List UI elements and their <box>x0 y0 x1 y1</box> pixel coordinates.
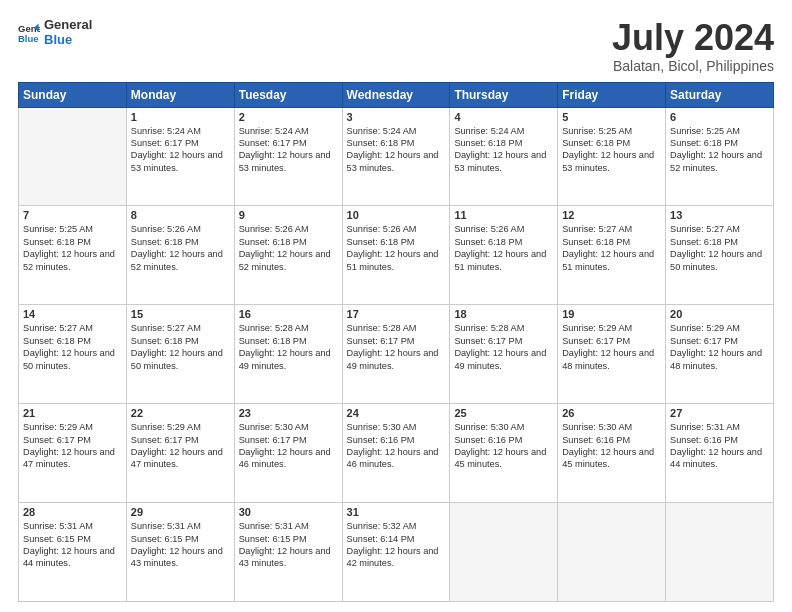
calendar-cell: 3Sunrise: 5:24 AMSunset: 6:18 PMDaylight… <box>342 107 450 206</box>
logo-icon: General Blue <box>18 22 40 44</box>
day-info: Sunrise: 5:28 AMSunset: 6:17 PMDaylight:… <box>454 322 553 372</box>
day-number: 13 <box>670 209 769 221</box>
day-info: Sunrise: 5:30 AMSunset: 6:16 PMDaylight:… <box>347 421 446 471</box>
calendar-cell: 20Sunrise: 5:29 AMSunset: 6:17 PMDayligh… <box>666 305 774 404</box>
day-number: 24 <box>347 407 446 419</box>
weekday-header-row: SundayMondayTuesdayWednesdayThursdayFrid… <box>19 82 774 107</box>
day-info: Sunrise: 5:31 AMSunset: 6:15 PMDaylight:… <box>131 520 230 570</box>
day-info: Sunrise: 5:32 AMSunset: 6:14 PMDaylight:… <box>347 520 446 570</box>
location-title: Balatan, Bicol, Philippines <box>612 58 774 74</box>
day-number: 17 <box>347 308 446 320</box>
calendar-cell: 23Sunrise: 5:30 AMSunset: 6:17 PMDayligh… <box>234 404 342 503</box>
calendar-cell: 5Sunrise: 5:25 AMSunset: 6:18 PMDaylight… <box>558 107 666 206</box>
day-info: Sunrise: 5:26 AMSunset: 6:18 PMDaylight:… <box>239 223 338 273</box>
day-number: 29 <box>131 506 230 518</box>
day-info: Sunrise: 5:27 AMSunset: 6:18 PMDaylight:… <box>670 223 769 273</box>
day-info: Sunrise: 5:24 AMSunset: 6:18 PMDaylight:… <box>347 125 446 175</box>
calendar-cell: 9Sunrise: 5:26 AMSunset: 6:18 PMDaylight… <box>234 206 342 305</box>
weekday-header-saturday: Saturday <box>666 82 774 107</box>
day-info: Sunrise: 5:30 AMSunset: 6:17 PMDaylight:… <box>239 421 338 471</box>
day-number: 10 <box>347 209 446 221</box>
day-number: 18 <box>454 308 553 320</box>
calendar-cell: 30Sunrise: 5:31 AMSunset: 6:15 PMDayligh… <box>234 503 342 602</box>
day-number: 2 <box>239 111 338 123</box>
day-number: 8 <box>131 209 230 221</box>
calendar-cell <box>450 503 558 602</box>
calendar-cell: 14Sunrise: 5:27 AMSunset: 6:18 PMDayligh… <box>19 305 127 404</box>
day-number: 6 <box>670 111 769 123</box>
day-info: Sunrise: 5:24 AMSunset: 6:18 PMDaylight:… <box>454 125 553 175</box>
weekday-header-friday: Friday <box>558 82 666 107</box>
day-info: Sunrise: 5:25 AMSunset: 6:18 PMDaylight:… <box>23 223 122 273</box>
calendar-cell: 4Sunrise: 5:24 AMSunset: 6:18 PMDaylight… <box>450 107 558 206</box>
logo-general: General <box>44 18 92 33</box>
day-number: 19 <box>562 308 661 320</box>
day-number: 9 <box>239 209 338 221</box>
calendar-cell: 21Sunrise: 5:29 AMSunset: 6:17 PMDayligh… <box>19 404 127 503</box>
day-number: 1 <box>131 111 230 123</box>
calendar-cell: 11Sunrise: 5:26 AMSunset: 6:18 PMDayligh… <box>450 206 558 305</box>
day-number: 26 <box>562 407 661 419</box>
day-info: Sunrise: 5:26 AMSunset: 6:18 PMDaylight:… <box>347 223 446 273</box>
day-info: Sunrise: 5:26 AMSunset: 6:18 PMDaylight:… <box>131 223 230 273</box>
logo: General Blue General Blue <box>18 18 92 48</box>
day-info: Sunrise: 5:28 AMSunset: 6:17 PMDaylight:… <box>347 322 446 372</box>
day-info: Sunrise: 5:27 AMSunset: 6:18 PMDaylight:… <box>131 322 230 372</box>
week-row-3: 14Sunrise: 5:27 AMSunset: 6:18 PMDayligh… <box>19 305 774 404</box>
calendar-cell: 1Sunrise: 5:24 AMSunset: 6:17 PMDaylight… <box>126 107 234 206</box>
calendar-cell: 31Sunrise: 5:32 AMSunset: 6:14 PMDayligh… <box>342 503 450 602</box>
day-info: Sunrise: 5:31 AMSunset: 6:15 PMDaylight:… <box>239 520 338 570</box>
title-block: July 2024 Balatan, Bicol, Philippines <box>612 18 774 74</box>
day-info: Sunrise: 5:29 AMSunset: 6:17 PMDaylight:… <box>670 322 769 372</box>
calendar-cell: 26Sunrise: 5:30 AMSunset: 6:16 PMDayligh… <box>558 404 666 503</box>
day-number: 3 <box>347 111 446 123</box>
calendar-cell <box>19 107 127 206</box>
calendar-cell: 2Sunrise: 5:24 AMSunset: 6:17 PMDaylight… <box>234 107 342 206</box>
day-info: Sunrise: 5:26 AMSunset: 6:18 PMDaylight:… <box>454 223 553 273</box>
day-number: 15 <box>131 308 230 320</box>
calendar-table: SundayMondayTuesdayWednesdayThursdayFrid… <box>18 82 774 602</box>
calendar-cell: 29Sunrise: 5:31 AMSunset: 6:15 PMDayligh… <box>126 503 234 602</box>
calendar-cell <box>666 503 774 602</box>
logo-blue: Blue <box>44 33 92 48</box>
day-number: 23 <box>239 407 338 419</box>
day-info: Sunrise: 5:27 AMSunset: 6:18 PMDaylight:… <box>562 223 661 273</box>
day-info: Sunrise: 5:29 AMSunset: 6:17 PMDaylight:… <box>562 322 661 372</box>
day-info: Sunrise: 5:31 AMSunset: 6:16 PMDaylight:… <box>670 421 769 471</box>
week-row-1: 1Sunrise: 5:24 AMSunset: 6:17 PMDaylight… <box>19 107 774 206</box>
day-number: 4 <box>454 111 553 123</box>
calendar-cell: 8Sunrise: 5:26 AMSunset: 6:18 PMDaylight… <box>126 206 234 305</box>
day-info: Sunrise: 5:25 AMSunset: 6:18 PMDaylight:… <box>670 125 769 175</box>
week-row-4: 21Sunrise: 5:29 AMSunset: 6:17 PMDayligh… <box>19 404 774 503</box>
day-info: Sunrise: 5:29 AMSunset: 6:17 PMDaylight:… <box>131 421 230 471</box>
calendar-cell: 7Sunrise: 5:25 AMSunset: 6:18 PMDaylight… <box>19 206 127 305</box>
calendar-cell: 18Sunrise: 5:28 AMSunset: 6:17 PMDayligh… <box>450 305 558 404</box>
calendar-cell: 19Sunrise: 5:29 AMSunset: 6:17 PMDayligh… <box>558 305 666 404</box>
day-info: Sunrise: 5:30 AMSunset: 6:16 PMDaylight:… <box>454 421 553 471</box>
day-number: 14 <box>23 308 122 320</box>
day-info: Sunrise: 5:24 AMSunset: 6:17 PMDaylight:… <box>131 125 230 175</box>
week-row-5: 28Sunrise: 5:31 AMSunset: 6:15 PMDayligh… <box>19 503 774 602</box>
weekday-header-sunday: Sunday <box>19 82 127 107</box>
day-number: 27 <box>670 407 769 419</box>
day-number: 31 <box>347 506 446 518</box>
calendar-cell: 12Sunrise: 5:27 AMSunset: 6:18 PMDayligh… <box>558 206 666 305</box>
day-number: 12 <box>562 209 661 221</box>
day-info: Sunrise: 5:29 AMSunset: 6:17 PMDaylight:… <box>23 421 122 471</box>
day-number: 20 <box>670 308 769 320</box>
weekday-header-wednesday: Wednesday <box>342 82 450 107</box>
calendar-cell: 27Sunrise: 5:31 AMSunset: 6:16 PMDayligh… <box>666 404 774 503</box>
day-info: Sunrise: 5:25 AMSunset: 6:18 PMDaylight:… <box>562 125 661 175</box>
header: General Blue General Blue July 2024 Bala… <box>18 18 774 74</box>
calendar-cell: 13Sunrise: 5:27 AMSunset: 6:18 PMDayligh… <box>666 206 774 305</box>
day-number: 30 <box>239 506 338 518</box>
weekday-header-monday: Monday <box>126 82 234 107</box>
day-number: 16 <box>239 308 338 320</box>
calendar-cell: 15Sunrise: 5:27 AMSunset: 6:18 PMDayligh… <box>126 305 234 404</box>
weekday-header-thursday: Thursday <box>450 82 558 107</box>
calendar-cell: 10Sunrise: 5:26 AMSunset: 6:18 PMDayligh… <box>342 206 450 305</box>
calendar-cell: 17Sunrise: 5:28 AMSunset: 6:17 PMDayligh… <box>342 305 450 404</box>
weekday-header-tuesday: Tuesday <box>234 82 342 107</box>
week-row-2: 7Sunrise: 5:25 AMSunset: 6:18 PMDaylight… <box>19 206 774 305</box>
month-title: July 2024 <box>612 18 774 58</box>
